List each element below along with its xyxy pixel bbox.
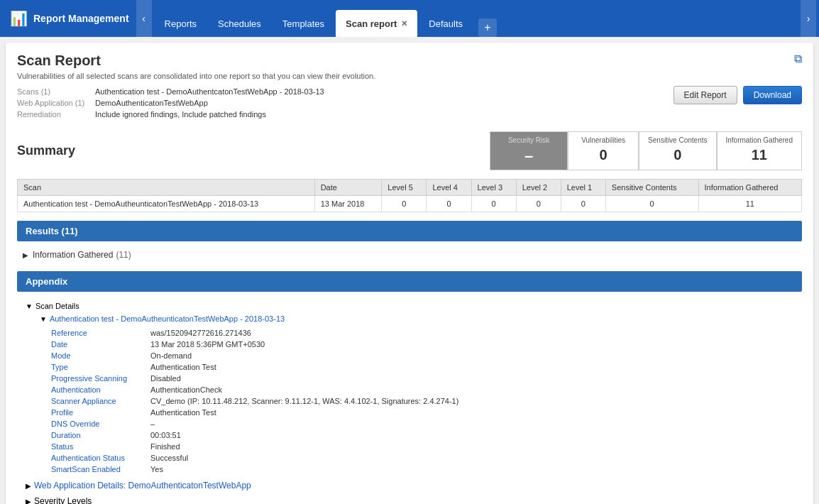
security-risk-label: Security Risk	[499, 136, 559, 144]
col-date: Date	[314, 180, 382, 196]
tab-reports[interactable]: Reports	[155, 10, 207, 37]
row-level4: 0	[427, 196, 471, 212]
col-level5: Level 5	[382, 180, 427, 196]
nav-left-arrow[interactable]: ‹	[136, 0, 152, 37]
scan-details-collapse-icon: ▼	[26, 302, 33, 310]
information-gathered-label: Information Gathered	[726, 136, 793, 144]
detail-row-date: Date 13 Mar 2018 5:36PM GMT+0530	[51, 339, 464, 350]
progressive-label: Progressive Scanning	[51, 373, 150, 384]
tab-defaults[interactable]: Defaults	[419, 10, 473, 37]
col-level1: Level 1	[561, 180, 605, 196]
scan-table: Scan Date Level 5 Level 4 Level 3 Level …	[17, 179, 802, 212]
tab-close-icon[interactable]: ✕	[401, 19, 407, 28]
brand-icon: 📊	[10, 10, 28, 27]
col-level4: Level 4	[427, 180, 471, 196]
summary-title: Summary	[17, 143, 75, 158]
col-sensitive: Sensitive Contents	[605, 180, 698, 196]
profile-value: Authentication Test	[150, 407, 464, 418]
appendix-section-header: Appendix	[17, 271, 802, 292]
information-gathered-value: 11	[726, 147, 793, 163]
edit-report-button[interactable]: Edit Report	[674, 86, 737, 104]
detail-row-duration: Duration 00:03:51	[51, 429, 464, 441]
progressive-value: Disabled	[150, 373, 464, 384]
row-scan: Authentication test - DemoAutheunticaton…	[18, 196, 315, 212]
nav-tabs-container: Reports Schedules Templates Scan report …	[152, 0, 801, 37]
reference-label: Reference	[51, 327, 150, 339]
web-app-details-label: Web Application Details: DemoAuthenticat…	[34, 481, 251, 491]
auth-value: AuthenticationCheck	[150, 384, 464, 395]
auth-status-label: Authentication Status	[51, 452, 150, 464]
download-button[interactable]: Download	[743, 86, 802, 104]
vulnerabilities-value: 0	[577, 147, 630, 163]
status-value: Finished	[150, 441, 464, 452]
detail-row-reference: Reference was/1520942772616.271436	[51, 327, 464, 339]
web-app-value[interactable]: DemoAuthenticatonTestWebApp	[95, 97, 329, 109]
detail-row-status: Status Finished	[51, 441, 464, 452]
meta-section: Scans (1) Authentication test - DemoAuth…	[17, 86, 802, 120]
status-label: Status	[51, 441, 150, 452]
security-risk-box: Security Risk –	[490, 131, 568, 170]
row-sensitive: 0	[605, 196, 698, 212]
duration-value: 00:03:51	[150, 429, 464, 441]
external-link-icon[interactable]: ⧉	[794, 53, 802, 65]
scan-detail-item[interactable]: ▼ Authentication test - DemoAutheunticat…	[26, 313, 802, 324]
results-section-header: Results (11)	[17, 221, 802, 241]
sensitive-contents-value: 0	[648, 147, 707, 163]
smartscan-label: SmartScan Enabled	[51, 464, 150, 475]
severity-levels-label: Severity Levels	[34, 496, 92, 504]
mode-value: On-demand	[150, 350, 464, 361]
add-tab-button[interactable]: +	[478, 18, 497, 37]
row-date: 13 Mar 2018	[314, 196, 382, 212]
meta-left: Scans (1) Authentication test - DemoAuth…	[17, 86, 329, 120]
profile-label: Profile	[51, 407, 150, 418]
detail-row-dns: DNS Override –	[51, 418, 464, 429]
detail-table: Reference was/1520942772616.271436 Date …	[51, 327, 464, 475]
remediation-value[interactable]: Include ignored findings, Include patche…	[95, 109, 329, 120]
web-app-details-toggle[interactable]: ▶ Web Application Details: DemoAuthentic…	[26, 478, 802, 493]
severity-levels-toggle[interactable]: ▶ Severity Levels	[26, 493, 802, 504]
meta-right: Edit Report Download	[674, 86, 802, 104]
security-risk-value: –	[499, 147, 559, 165]
row-level1: 0	[561, 196, 605, 212]
row-level3: 0	[471, 196, 516, 212]
scanner-label: Scanner Appliance	[51, 395, 150, 407]
sensitive-contents-box: Sensitive Contents 0	[639, 131, 716, 170]
page-header-left: Scan Report Vulnerabilities of all selec…	[17, 53, 375, 80]
brand-area: 📊 Report Management	[3, 0, 136, 37]
detail-row-scanner: Scanner Appliance CV_demo (IP: 10.11.48.…	[51, 395, 464, 407]
col-level3: Level 3	[471, 180, 516, 196]
web-app-expand-icon: ▶	[26, 482, 31, 490]
remediation-label: Remediation	[17, 109, 95, 120]
scans-value: Authentication test - DemoAuthentcatonTe…	[95, 86, 329, 97]
row-level2: 0	[516, 196, 561, 212]
detail-row-type: Type Authentication Test	[51, 361, 464, 373]
tab-templates[interactable]: Templates	[273, 10, 334, 37]
tab-scan-report[interactable]: Scan report ✕	[336, 10, 417, 37]
scan-details-toggle[interactable]: ▼ Scan Details	[26, 299, 802, 313]
tab-schedules[interactable]: Schedules	[208, 10, 271, 37]
vulnerabilities-box: Vulnerabilities 0	[568, 131, 639, 170]
detail-row-progressive: Progressive Scanning Disabled	[51, 373, 464, 384]
scanner-value: CV_demo (IP: 10.11.48.212, Scanner: 9.11…	[150, 395, 464, 407]
scans-label: Scans (1)	[17, 86, 95, 97]
duration-label: Duration	[51, 429, 150, 441]
scan-details-label: Scan Details	[35, 302, 79, 310]
type-label: Type	[51, 361, 150, 373]
information-gathered-label: Information Gathered	[33, 250, 113, 260]
information-gathered-row[interactable]: ▶ Information Gathered (11)	[17, 246, 802, 264]
detail-row-mode: Mode On-demand	[51, 350, 464, 361]
web-app-label: Web Application (1)	[17, 97, 95, 109]
detail-row-auth: Authentication AuthenticationCheck	[51, 384, 464, 395]
main-content: Scan Report Vulnerabilities of all selec…	[6, 43, 813, 504]
summary-boxes: Security Risk – Vulnerabilities 0 Sensit…	[490, 131, 802, 170]
information-gathered-count: (11)	[116, 250, 131, 260]
brand-title: Report Management	[33, 13, 129, 24]
vulnerabilities-label: Vulnerabilities	[577, 136, 630, 144]
auth-label: Authentication	[51, 384, 150, 395]
information-gathered-box: Information Gathered 11	[717, 131, 803, 170]
nav-right-arrow[interactable]: ›	[801, 0, 816, 37]
detail-row-smartscan: SmartScan Enabled Yes	[51, 464, 464, 475]
table-row: Authentication test - DemoAutheunticaton…	[18, 196, 802, 212]
expand-icon: ▶	[23, 251, 28, 259]
row-level5: 0	[382, 196, 427, 212]
